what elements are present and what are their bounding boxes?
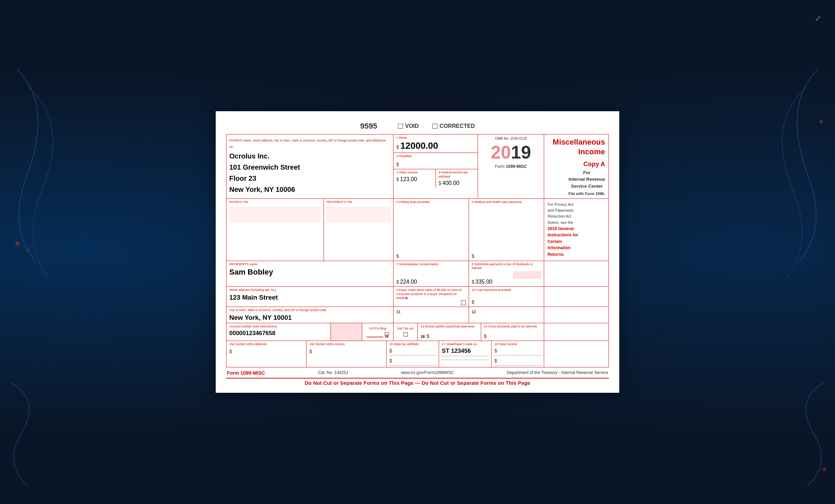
field18-label: 18 State income <box>494 342 541 347</box>
copy-a-label: Copy A <box>583 161 605 168</box>
2nd-tin-cell: 2nd TIN not. <box>393 323 418 341</box>
right-spacer2 <box>544 287 609 307</box>
2nd-tin-checkbox[interactable] <box>404 332 408 336</box>
field5-label: 5 Fishing boat proceeds <box>396 200 466 204</box>
field4-label: 4 Federal income tax withheld <box>439 171 475 179</box>
corrected-label: CORRECTED <box>439 123 475 129</box>
recipient-name-label: RECIPIENT'S name <box>229 262 390 267</box>
field14-dollar: $ <box>484 333 487 339</box>
field7-value: 224.00 <box>400 279 417 285</box>
row-street: Street address (including apt. no.) 123 … <box>226 287 609 307</box>
field13-number: 16 <box>421 334 425 339</box>
field2-dollar: $ <box>396 162 399 167</box>
field14-label: 14 Gross proceeds paid to an attorney <box>484 325 541 329</box>
field8-label: 8 Substitute payments in lieu of dividen… <box>472 262 541 270</box>
form-number: 9595 <box>360 122 377 131</box>
field1-label: 1 Rents <box>396 136 475 140</box>
fatca-cell: FATCA filing requirement X <box>362 323 393 341</box>
city-value: New York, NY 10001 <box>229 314 390 322</box>
field18-dollar2: $ <box>494 358 497 364</box>
void-label: VOID <box>405 123 419 129</box>
field10-dollar: $ <box>472 299 475 305</box>
street-label: Street address (including apt. no.) <box>229 288 390 292</box>
privacy-notice: For Privacy Actand PaperworkReduction Ac… <box>544 199 609 260</box>
field4-value: 400.00 <box>442 180 459 186</box>
account-label: Account number (see instructions) <box>229 325 328 329</box>
footer-dept: Department of the Treasury - Internal Re… <box>507 370 608 376</box>
right-spacer5 <box>544 341 609 367</box>
svg-point-2 <box>819 120 823 123</box>
fatca-label: FATCA filing requirement <box>366 327 386 339</box>
field15b-label: 15b Section 409A income <box>309 342 383 347</box>
field3-label: 3 Other income <box>396 171 433 175</box>
city-label: City or town, state or province, country… <box>229 308 390 312</box>
form-name: 1099-MISC <box>506 164 527 169</box>
field8-dollar: $ <box>472 279 475 285</box>
void-checkbox[interactable] <box>398 124 403 129</box>
field7-label: 7 Nonemployee compensation <box>396 262 466 267</box>
field1-dollar: $ <box>396 144 399 150</box>
account-value: 00000123467658 <box>229 330 328 337</box>
field7-dollar: $ <box>396 279 399 285</box>
row-payer-rents: PAYER'S name, street address, city or to… <box>226 135 609 199</box>
payer-tin-label: PAYER'S TIN <box>229 200 321 204</box>
field15a-label: 15a Section 409A deferrals <box>229 342 303 347</box>
corrected-checkbox-label[interactable]: CORRECTED <box>432 123 475 129</box>
field13-label: 13 Excess golden parachute payments <box>421 325 478 329</box>
field17-label: 17 State/Payer's state no. <box>442 342 488 347</box>
field2-label: 2 Royalties <box>396 154 475 158</box>
field4-dollar: $ <box>439 180 442 186</box>
file-with-label: File with Form 1096. <box>568 192 605 196</box>
form-container: 9595 VOID CORRECTED PAYER'S name, street… <box>216 111 619 393</box>
field8-value: 335.00 <box>475 279 492 285</box>
field16-label: 16 State tax withheld <box>389 342 436 347</box>
field13-dollar: $ <box>427 333 429 339</box>
omb-label: OMB No. 1545-0115 <box>495 137 527 140</box>
footer-cat: Cat. No. 14425J <box>318 370 348 376</box>
right-spacer4 <box>544 323 609 341</box>
field16-dollar2: $ <box>389 358 392 364</box>
field10-label: 10 Crop insurance proceeds <box>472 288 541 292</box>
field11-label: 11 <box>396 310 400 314</box>
row-city: City or town, state or province, country… <box>226 307 609 323</box>
field6-label: 6 Medical and health care payments <box>472 200 541 204</box>
field9-checkbox[interactable] <box>461 300 466 305</box>
field3-value: 123.00 <box>400 176 417 182</box>
misc-income-title: MiscellaneousIncome <box>553 137 605 157</box>
recipient-tin-input[interactable] <box>327 206 390 222</box>
field1-value: 12000.00 <box>400 140 438 151</box>
account-shaded <box>331 323 362 341</box>
void-checkbox-label[interactable]: VOID <box>398 123 419 129</box>
corrected-checkbox[interactable] <box>432 124 437 129</box>
form-footer: Form 1099-MISC Cat. No. 14425J www.irs.g… <box>226 370 609 376</box>
row-recipient: RECIPIENT'S name Sam Bobley 7 Nonemploye… <box>226 261 609 287</box>
svg-point-0 <box>15 241 19 245</box>
field5-dollar: $ <box>396 253 399 259</box>
street-value: 123 Main Street <box>229 294 390 301</box>
compress-icon[interactable]: ⤢ <box>815 14 821 23</box>
irs-center-label: ForInternal RevenueService Center <box>568 169 605 190</box>
field17-value: ST 123456 <box>442 348 488 356</box>
svg-point-1 <box>26 249 29 252</box>
form-number-line: 9595 VOID CORRECTED <box>226 122 609 131</box>
footer-form-label: Form 1099-MISC <box>227 370 265 376</box>
row-account: Account number (see instructions) 000001… <box>226 323 609 341</box>
payer-field-label: PAYER'S name, street address, city or to… <box>229 139 386 148</box>
field15a-dollar: $ <box>229 349 232 354</box>
field6-dollar: $ <box>472 253 475 259</box>
payer-name: Ocrolus Inc. 101 Greenwich Street Floor … <box>229 151 390 195</box>
payer-tin-input[interactable] <box>229 206 321 222</box>
right-spacer3 <box>544 307 609 323</box>
field16-dollar1: $ <box>389 348 392 353</box>
payer-info-cell: PAYER'S name, street address, city or to… <box>226 135 393 199</box>
svg-point-3 <box>823 468 826 471</box>
fatca-x: X <box>385 333 389 339</box>
field18-dollar1: $ <box>494 348 497 353</box>
field3-dollar: $ <box>396 177 399 182</box>
year-prefix: 20 <box>491 142 511 163</box>
recipient-name-value: Sam Bobley <box>229 268 390 277</box>
field15b-dollar: $ <box>309 349 312 354</box>
form-body: PAYER'S name, street address, city or to… <box>226 134 609 368</box>
field12-label: 12 <box>472 310 476 314</box>
fatca-checkbox[interactable]: X <box>385 332 389 336</box>
